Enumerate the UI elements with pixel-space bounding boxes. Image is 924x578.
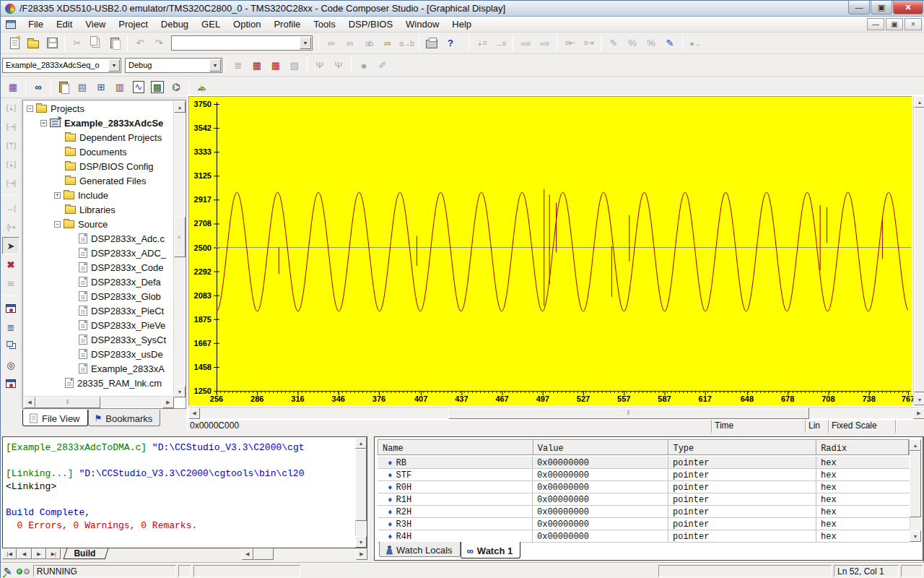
watch-row[interactable]: ♦RB0x00000000pointerhex [378, 457, 910, 469]
graph-horizontal-scrollbar[interactable]: ◀ ⦀ ▶ [188, 407, 924, 418]
tree-item[interactable]: DSP2833x_Defa [24, 275, 173, 289]
record-window-icon[interactable] [2, 375, 19, 392]
tree-item[interactable]: 28335_RAM_lnk.cm [24, 376, 173, 390]
calculator-icon[interactable]: ▤ [74, 79, 91, 96]
tab-last-icon[interactable]: ▶| [46, 548, 61, 559]
scroll-down-icon[interactable]: ▼ [910, 530, 921, 542]
watch-scroll-thumb[interactable] [910, 451, 921, 517]
minimize-button[interactable]: — [848, 1, 870, 14]
tree-item[interactable]: DSP2833x_usDe [24, 347, 173, 361]
menu-item-gel[interactable]: GEL [195, 17, 227, 31]
breakpoint-dialog-icon[interactable] [2, 300, 19, 317]
tree-item[interactable]: DSP2833x_SysCt [24, 332, 173, 347]
undo-icon[interactable]: ↶ [131, 35, 149, 52]
watch-row[interactable]: ♦R4H0x00000000pointerhex [378, 530, 910, 543]
command-combobox[interactable]: ▼ [171, 35, 313, 51]
scroll-up-icon[interactable]: ▲ [914, 96, 924, 108]
tree-item[interactable]: Generated Files [24, 173, 173, 188]
tree-item[interactable]: −Projects [24, 101, 173, 116]
tab-file-view[interactable]: File View [22, 410, 88, 426]
watch-row[interactable]: ♦STF0x00000000pointerhex [378, 469, 910, 481]
tree-item[interactable]: DSP2833x_ADC_ [24, 246, 173, 260]
tree-horizontal-scrollbar[interactable]: ◀ ⦀ ▶ [24, 396, 174, 407]
stop-build-icon[interactable]: ▨ [286, 56, 303, 74]
menu-item-window[interactable]: Window [399, 17, 445, 31]
cut-icon[interactable]: ✂ [69, 35, 86, 52]
profiler-icon[interactable]: ⌬ [167, 79, 185, 96]
scroll-up-icon[interactable]: ▲ [355, 437, 367, 449]
tab-watch-1[interactable]: ∞Watch 1 [461, 542, 521, 558]
incremental-build-icon[interactable]: ▦ [248, 56, 266, 74]
mdi-close-button[interactable]: × [905, 18, 922, 30]
scroll-left-icon[interactable]: ◀ [24, 397, 35, 408]
tab-prev-icon[interactable]: ◀ [17, 548, 31, 559]
tab-watch-locals[interactable]: Watch Locals [379, 542, 461, 557]
goto-next-statement-icon[interactable]: ⇣≡ [473, 35, 490, 52]
expander-icon[interactable]: − [27, 105, 33, 112]
step-out-icon[interactable]: {⇡} [2, 137, 19, 154]
mdi-minimize-button[interactable]: — [867, 18, 884, 30]
uncomment-icon[interactable]: % [642, 35, 660, 52]
gel-cloud-icon[interactable]: ☁ϟ [193, 79, 210, 96]
expander-icon[interactable]: − [54, 221, 61, 228]
scroll-down-icon[interactable]: ▼ [355, 536, 367, 548]
probe-point-icon[interactable]: ✐ [374, 56, 391, 74]
restore-button[interactable]: ▣ [871, 1, 892, 14]
tree-item[interactable]: DSP2833x_Code [24, 260, 173, 275]
graph-vscroll-thumb[interactable] [914, 108, 924, 392]
paste-icon[interactable] [106, 35, 123, 52]
scroll-left-icon[interactable]: ◀ [242, 548, 253, 560]
menu-item-edit[interactable]: Edit [50, 17, 79, 31]
scroll-right-icon[interactable]: ▶ [162, 397, 174, 408]
chevron-down-icon[interactable]: ▼ [300, 37, 311, 49]
indent-icon[interactable]: ≡⇥ [580, 35, 597, 52]
run-icon[interactable]: ➤ [2, 237, 19, 254]
tree-item[interactable]: Dependent Projects [24, 130, 173, 144]
chevron-down-icon[interactable]: ▼ [209, 59, 221, 72]
step-over-icon[interactable]: {⇢} [2, 118, 19, 135]
halt-hand-icon[interactable]: Ψ [311, 56, 328, 74]
tree-scroll-thumb[interactable]: ≡ [174, 217, 186, 257]
find-reference-icon[interactable]: ∞≡ [536, 35, 553, 52]
copy-icon[interactable] [87, 35, 105, 52]
scroll-left-icon[interactable]: ◀ [188, 407, 200, 419]
tree-item[interactable]: Example_2833xA [24, 361, 173, 376]
menu-item-file[interactable]: File [22, 17, 50, 31]
watch-table-header[interactable]: Name Value Type Radix [378, 439, 910, 455]
run-to-cursor-icon[interactable]: →{ [2, 199, 19, 217]
scroll-down-icon[interactable]: ▼ [914, 394, 924, 405]
watch-glasses-icon[interactable]: ∞ [30, 79, 47, 96]
tree-item[interactable]: −Source [24, 217, 173, 231]
vertical-splitter[interactable] [367, 434, 374, 563]
set-pc-to-cursor-icon[interactable]: {↦ [2, 218, 19, 236]
expander-icon[interactable]: + [54, 192, 61, 199]
edit-pen-icon[interactable]: ✎ [661, 35, 679, 52]
expander-icon[interactable]: − [40, 120, 47, 126]
animate-hand-icon[interactable]: Ψ [330, 56, 347, 74]
tree-vertical-scrollbar[interactable]: ▲ ≡ ▼ [173, 101, 185, 397]
context-help-icon[interactable]: ? [442, 35, 459, 52]
comment-icon[interactable]: % [624, 35, 641, 52]
watch-row[interactable]: ♦R3H0x00000000pointerhex [378, 518, 910, 530]
cpu-registers-icon[interactable]: ⊞ [92, 79, 110, 96]
menu-item-debug[interactable]: Debug [154, 17, 195, 31]
list-window-icon[interactable]: ≣ [2, 319, 19, 336]
find-word-icon[interactable]: ab [360, 35, 378, 52]
tree-item[interactable]: Libraries [24, 202, 173, 217]
animate-icon[interactable]: ≋ [2, 275, 19, 292]
scroll-up-icon[interactable]: ▲ [174, 101, 186, 113]
title-bar[interactable]: /F28335 XDS510-USB2.0 emulator/TMS320C28… [1, 1, 924, 17]
find-in-files-icon[interactable]: ∞ [379, 35, 396, 52]
menu-item-tools[interactable]: Tools [307, 17, 341, 31]
goto-definition-icon[interactable]: ●→ [687, 35, 704, 52]
tree-item[interactable]: DSP2833x_Adc.c [24, 231, 173, 246]
image-window-icon[interactable]: ▩ [149, 79, 166, 96]
menu-item-dsp-bios[interactable]: DSP/BIOS [342, 17, 399, 31]
console-scroll-thumb[interactable] [355, 449, 367, 521]
memory-window-icon[interactable]: ▥ [111, 79, 128, 96]
menu-item-option[interactable]: Option [227, 17, 267, 31]
scroll-up-icon[interactable]: ▲ [910, 439, 921, 451]
step-into-icon[interactable]: {⇣} [2, 99, 19, 116]
clipboard-icon[interactable] [55, 79, 72, 96]
tree-item[interactable]: −Example_2833xAdcSe [24, 116, 173, 130]
